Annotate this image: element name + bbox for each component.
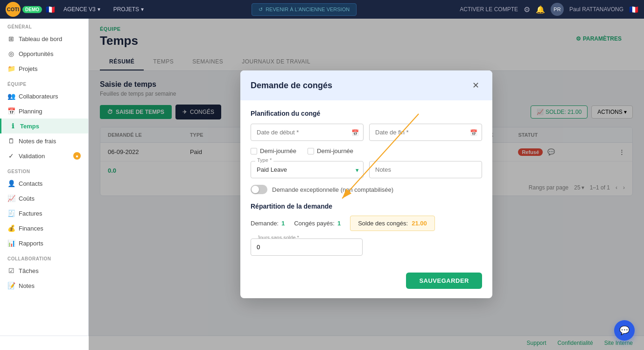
type-group: Type * Paid Leave ▾ xyxy=(251,161,364,178)
sidebar-item-contacts[interactable]: 👤 Contacts xyxy=(0,176,88,191)
sidebar-item-notes-frais[interactable]: 🗒 Notes de frais xyxy=(0,133,88,148)
main-layout: GÉNÉRAL ⊞ Tableau de bord ◎ Opportunités… xyxy=(0,19,644,350)
finances-icon: 💰 xyxy=(7,224,15,232)
flag-fr2-icon: 🇫🇷 xyxy=(629,5,638,14)
sidebar-equipe-title: ÉQUIPE xyxy=(0,76,88,89)
sidebar-item-label: Temps xyxy=(20,123,39,130)
date-debut-input[interactable] xyxy=(251,124,364,141)
jours-sans-solde-group: Jours sans solde * xyxy=(251,238,363,256)
solde-label: Solde des congés: xyxy=(358,220,408,227)
solde-value: 21.00 xyxy=(412,220,427,227)
calendar-icon[interactable]: 📅 xyxy=(351,129,359,136)
sidebar-item-notes[interactable]: 📝 Notes xyxy=(0,278,88,293)
conges-payes-label: Congés payés: xyxy=(294,220,335,227)
sidebar-item-label: Tâches xyxy=(19,267,39,274)
validation-icon: ✓ xyxy=(7,152,15,160)
logo-circle: COTI xyxy=(6,2,21,17)
dashboard-icon: ⊞ xyxy=(7,35,15,42)
demande-value: 1 xyxy=(281,220,285,227)
modal-body: Planification du congé 📅 📅 xyxy=(240,100,492,273)
top-navigation: COTI DEMO 🇫🇷 AGENCE V3 ▾ PROJETS ▾ ↺ REV… xyxy=(0,0,644,19)
sidebar-gestion-title: GESTION xyxy=(0,163,88,176)
demo-badge: DEMO xyxy=(22,6,42,13)
projets-nav-item[interactable]: PROJETS ▾ xyxy=(109,6,148,13)
chat-button[interactable]: 💬 xyxy=(614,320,635,341)
revenir-button[interactable]: ↺ REVENIR À L'ANCIENNE VERSION xyxy=(252,3,357,16)
main-content: ÉQUIPE Temps RÉSUMÉ TEMPS SEMAINES JOURN… xyxy=(89,19,644,350)
user-name: Paul RATTANAVONG xyxy=(569,6,623,13)
validation-badge: ● xyxy=(73,152,81,160)
sidebar-item-opportunites[interactable]: ◎ Opportunités xyxy=(0,46,88,61)
couts-icon: 📈 xyxy=(7,195,15,202)
sidebar-general-title: GÉNÉRAL xyxy=(0,19,88,31)
demande-label: Demande: xyxy=(251,220,279,227)
sidebar-collaboration-title: COLLABORATION xyxy=(0,251,88,263)
toggle-label: Demande exceptionnelle (non comptabilisé… xyxy=(272,186,393,193)
checkbox-box xyxy=(251,148,257,154)
notes-group xyxy=(369,161,482,178)
modal-close-button[interactable]: ✕ xyxy=(469,79,482,92)
sidebar-item-label: Validation xyxy=(19,153,45,160)
modal-overlay[interactable]: Demande de congés ✕ Planification du con… xyxy=(89,19,644,350)
factures-icon: 🧾 xyxy=(7,210,15,217)
notes-input[interactable] xyxy=(369,161,482,178)
planning-icon: 📅 xyxy=(7,107,15,115)
checkbox-box xyxy=(308,148,314,154)
sidebar-item-label: Planning xyxy=(19,108,42,115)
sidebar-item-validation[interactable]: ✓ Validation ● xyxy=(0,148,88,163)
solde-box: Solde des congés: 21.00 xyxy=(350,216,435,231)
toggle-row: Demande exceptionnelle (non comptabilisé… xyxy=(251,185,482,194)
taches-icon: ☑ xyxy=(7,267,15,274)
notes-frais-icon: 🗒 xyxy=(7,137,15,145)
logo[interactable]: COTI DEMO xyxy=(6,2,42,17)
projets-icon: 📁 xyxy=(7,65,15,72)
chevron-down-icon: ▾ xyxy=(98,6,100,13)
sidebar-item-collaborateurs[interactable]: 👥 Collaborateurs xyxy=(0,89,88,104)
sidebar-item-rapports[interactable]: 📊 Rapports xyxy=(0,236,88,251)
sidebar-item-planning[interactable]: 📅 Planning xyxy=(0,104,88,119)
sidebar-item-label: Coûts xyxy=(19,195,35,202)
rapports-icon: 📊 xyxy=(7,239,15,247)
modal-demande-conges: Demande de congés ✕ Planification du con… xyxy=(240,70,492,298)
sidebar-item-label: Finances xyxy=(19,225,43,232)
exceptional-toggle[interactable] xyxy=(251,185,267,194)
contacts-icon: 👤 xyxy=(7,180,15,187)
distribution-title: Répartition de la demande xyxy=(251,203,482,210)
conges-payes-item: Congés payés: 1 xyxy=(294,220,341,227)
sidebar-item-factures[interactable]: 🧾 Factures xyxy=(0,206,88,221)
jours-sans-solde-input[interactable] xyxy=(251,238,363,256)
demi-journee-2-checkbox[interactable]: Demi-journée xyxy=(308,147,353,154)
planning-section-title: Planification du congé xyxy=(251,110,482,117)
dates-row: 📅 📅 xyxy=(251,124,482,141)
toggle-knob xyxy=(252,186,259,193)
collaborateurs-icon: 👥 xyxy=(7,92,15,100)
save-button[interactable]: SAUVEGARDER xyxy=(406,273,482,289)
distribution-section: Répartition de la demande Demande: 1 Con… xyxy=(251,203,482,256)
sidebar-item-label: Notes de frais xyxy=(19,138,56,145)
agency-nav-item[interactable]: AGENCE V3 ▾ xyxy=(59,6,105,13)
sidebar-item-label: Collaborateurs xyxy=(19,93,58,100)
type-label: Type * xyxy=(255,157,273,163)
settings-icon[interactable]: ⚙ xyxy=(524,5,530,14)
sidebar-item-finances[interactable]: 💰 Finances xyxy=(0,221,88,236)
demi-journee-1-checkbox[interactable]: Demi-journée xyxy=(251,147,296,154)
sidebar-item-label: Rapports xyxy=(19,240,43,247)
date-fin-input[interactable] xyxy=(369,124,482,141)
sidebar-item-projets[interactable]: 📁 Projets xyxy=(0,61,88,76)
sidebar-item-tableau[interactable]: ⊞ Tableau de bord xyxy=(0,31,88,46)
avatar[interactable]: PR xyxy=(551,3,564,16)
sidebar-item-couts[interactable]: 📈 Coûts xyxy=(0,191,88,206)
date-debut-group: 📅 xyxy=(251,124,364,141)
temps-icon: ℹ xyxy=(9,122,16,130)
distribution-row: Demande: 1 Congés payés: 1 Solde des con… xyxy=(251,216,482,231)
sidebar-item-taches[interactable]: ☑ Tâches xyxy=(0,263,88,278)
notes-icon: 📝 xyxy=(7,282,15,289)
bell-icon[interactable]: 🔔 xyxy=(536,5,545,14)
sidebar-item-temps[interactable]: ℹ Temps xyxy=(0,119,88,133)
chevron-down-icon: ▾ xyxy=(141,6,144,13)
activer-compte[interactable]: ACTIVER LE COMPTE xyxy=(460,6,518,13)
type-select[interactable]: Paid Leave xyxy=(251,161,364,178)
modal-footer: SAUVEGARDER xyxy=(240,273,492,298)
nav-right: ACTIVER LE COMPTE ⚙ 🔔 PR Paul RATTANAVON… xyxy=(460,3,638,16)
calendar-icon[interactable]: 📅 xyxy=(470,129,477,136)
